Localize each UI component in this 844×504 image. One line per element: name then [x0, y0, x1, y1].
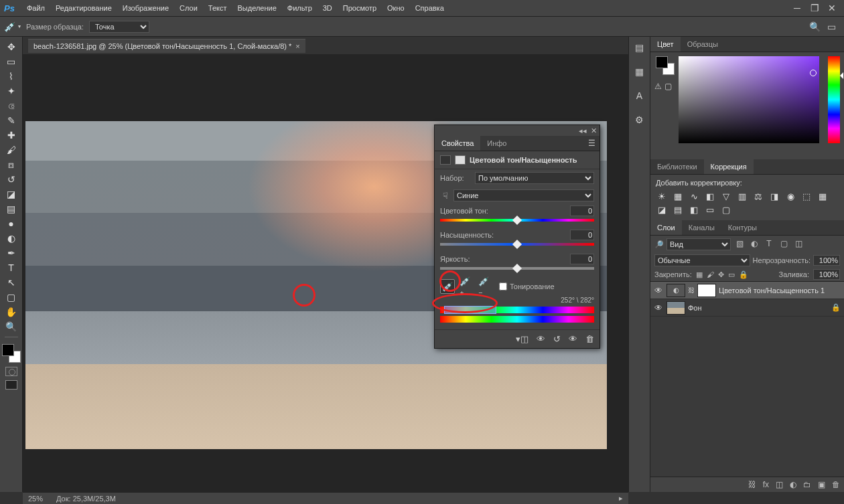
targeted-adjust-icon[interactable]: ☟ — [440, 191, 451, 201]
toggle-visibility-icon[interactable]: 👁 — [569, 334, 577, 344]
adj-curves-icon[interactable]: ∿ — [688, 191, 700, 201]
tab-properties[interactable]: Свойства — [435, 136, 480, 151]
layer-row[interactable]: 👁 Фон 🔒 — [650, 299, 844, 317]
panel-collapse-icon[interactable]: ◂◂ — [579, 127, 587, 135]
menu-file[interactable]: Файл — [27, 4, 45, 12]
window-minimize[interactable]: ─ — [789, 3, 805, 13]
search-icon[interactable]: 🔍 — [809, 21, 821, 32]
history-panel-icon[interactable]: ▤ — [633, 41, 646, 54]
menu-edit[interactable]: Редактирование — [56, 4, 112, 12]
adj-levels-icon[interactable]: ▦ — [672, 191, 684, 201]
window-close[interactable]: ✕ — [824, 3, 840, 13]
new-layer-icon[interactable]: ▣ — [818, 480, 825, 489]
adj-photo-filter-icon[interactable]: ◉ — [784, 191, 796, 201]
quick-select-tool[interactable]: ✦ — [3, 84, 20, 98]
adj-colorbalance-icon[interactable]: ⚖ — [752, 191, 764, 201]
brush-tool[interactable]: 🖌 — [3, 143, 20, 157]
adj-channel-mixer-icon[interactable]: ⬚ — [800, 191, 813, 201]
mask-icon[interactable] — [455, 155, 466, 165]
adj-threshold-icon[interactable]: ◧ — [688, 204, 700, 215]
tab-layers[interactable]: Слои — [650, 220, 682, 235]
blur-tool[interactable]: ● — [3, 216, 20, 231]
workspace-icon[interactable]: ▭ — [827, 21, 836, 32]
doc-status[interactable]: Док: 25,3M/25,3M — [56, 495, 116, 503]
zoom-readout[interactable]: 25% — [28, 495, 43, 503]
dodge-tool[interactable]: ◐ — [3, 231, 20, 246]
menu-window[interactable]: Окно — [387, 4, 405, 12]
layer-mask-link-icon[interactable]: ⛓ — [688, 286, 695, 294]
adj-vibrance-icon[interactable]: ▽ — [720, 191, 732, 201]
delete-adjustment-icon[interactable]: 🗑 — [585, 334, 594, 344]
panel-menu-icon[interactable]: ☰ — [584, 139, 600, 148]
adj-lut-icon[interactable]: ▦ — [817, 191, 829, 201]
lock-pixels-icon[interactable]: 🖌 — [707, 270, 714, 278]
color-swatch[interactable] — [2, 344, 21, 363]
adj-bw-icon[interactable]: ◨ — [768, 191, 780, 201]
preset-select[interactable]: По умолчанию — [475, 172, 594, 184]
window-maximize[interactable]: ❐ — [806, 3, 823, 13]
tab-info[interactable]: Инфо — [480, 136, 513, 151]
history-brush-tool[interactable]: ↺ — [3, 172, 20, 187]
adj-posterize-icon[interactable]: ▤ — [672, 204, 684, 215]
menu-image[interactable]: Изображение — [123, 4, 169, 12]
hue-input[interactable] — [570, 205, 594, 216]
layer-filter-kind[interactable]: Вид — [666, 238, 731, 250]
adj-brightness-icon[interactable]: ☀ — [656, 191, 668, 201]
screen-mode-toggle[interactable] — [5, 380, 17, 390]
menu-3d[interactable]: 3D — [323, 4, 332, 12]
move-tool[interactable]: ✥ — [3, 39, 20, 54]
lock-all-icon[interactable]: 🔒 — [739, 270, 748, 279]
actions-panel-icon[interactable]: ▦ — [633, 65, 646, 78]
adj-gradient-map-icon[interactable]: ▭ — [704, 204, 716, 215]
tab-paths[interactable]: Контуры — [721, 220, 764, 235]
reset-icon[interactable]: ↺ — [553, 334, 561, 344]
menu-help[interactable]: Справка — [415, 4, 444, 12]
character-panel-icon[interactable]: A — [633, 89, 646, 102]
fill-input[interactable] — [813, 269, 840, 280]
layer-fx-icon[interactable]: fx — [763, 480, 769, 489]
eyedropper-sub-icon[interactable]: 💉₋ — [478, 279, 492, 294]
eyedropper-tool-icon[interactable]: 💉 — [4, 21, 15, 32]
paragraph-panel-icon[interactable]: ⚙ — [633, 113, 646, 127]
marquee-tool[interactable]: ▭ — [3, 54, 20, 69]
layer-mask-icon[interactable]: ◫ — [776, 480, 783, 489]
zoom-tool[interactable]: 🔍 — [3, 319, 20, 334]
lightness-input[interactable] — [570, 254, 594, 264]
close-icon[interactable]: × — [295, 42, 299, 50]
saturation-slider[interactable] — [440, 243, 594, 246]
path-select-tool[interactable]: ↖ — [3, 275, 20, 290]
saturation-input[interactable] — [570, 230, 594, 240]
delete-layer-icon[interactable]: 🗑 — [832, 480, 840, 489]
filter-shape-icon[interactable]: ▢ — [778, 239, 790, 250]
lock-position-icon[interactable]: ✥ — [718, 270, 724, 279]
menu-filter[interactable]: Фильтр — [287, 4, 312, 12]
menu-layers[interactable]: Слои — [180, 4, 198, 12]
hue-strip[interactable] — [828, 56, 840, 143]
properties-titlebar[interactable]: ◂◂ ✕ — [435, 125, 600, 136]
tab-libraries[interactable]: Библиотеки — [650, 159, 704, 174]
quick-mask-toggle[interactable] — [5, 367, 17, 376]
color-picker[interactable] — [679, 56, 819, 143]
tab-channels[interactable]: Каналы — [682, 220, 721, 235]
adj-hue-icon[interactable]: ▥ — [736, 191, 748, 201]
layer-row[interactable]: 👁 ◐ ⛓ Цветовой тон/Насыщенность 1 — [650, 282, 844, 299]
sample-size-select[interactable]: Точка — [89, 21, 149, 33]
healing-brush-tool[interactable]: ✚ — [3, 128, 20, 143]
shape-tool[interactable]: ▢ — [3, 290, 20, 305]
filter-smart-icon[interactable]: ◫ — [792, 239, 804, 250]
link-layers-icon[interactable]: ⛓ — [748, 480, 756, 489]
new-adjustment-icon[interactable]: ◐ — [790, 480, 796, 489]
tab-color[interactable]: Цвет — [650, 37, 681, 52]
panel-close-icon[interactable]: ✕ — [591, 127, 597, 135]
stamp-tool[interactable]: ⧈ — [3, 157, 20, 172]
layer-filter-search-icon[interactable]: 🔎 — [654, 240, 664, 249]
status-chevron-icon[interactable]: ▸ — [619, 494, 623, 503]
hue-slider[interactable] — [440, 219, 594, 222]
adj-invert-icon[interactable]: ◪ — [656, 204, 668, 215]
menu-view[interactable]: Просмотр — [343, 4, 376, 12]
filter-pixel-icon[interactable]: ▧ — [733, 239, 746, 250]
tab-swatches[interactable]: Образцы — [681, 37, 725, 52]
filter-text-icon[interactable]: T — [763, 239, 775, 250]
lightness-slider[interactable] — [440, 267, 594, 270]
layer-visibility-icon[interactable]: 👁 — [653, 286, 664, 295]
